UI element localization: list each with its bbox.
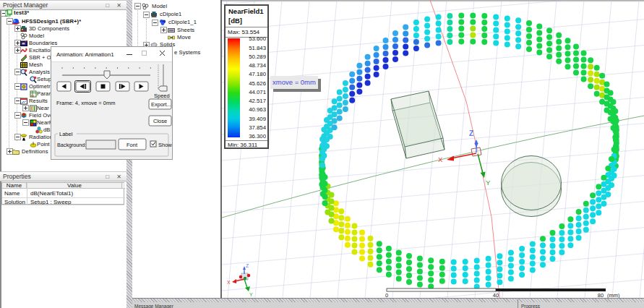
svg-text:Speed: Speed — [154, 93, 170, 99]
svg-text:X: X — [438, 155, 443, 163]
svg-text:Frame: 4, xmove = 0mm: Frame: 4, xmove = 0mm — [56, 100, 115, 106]
svg-text:Close: Close — [153, 118, 167, 124]
svg-text:X: X — [227, 280, 231, 285]
svg-text:Label: Label — [59, 131, 73, 137]
svg-text:Export...: Export... — [151, 101, 171, 108]
svg-text:Y: Y — [249, 292, 253, 297]
svg-text:Z: Z — [469, 129, 473, 137]
svg-text:xy: xy — [31, 93, 35, 97]
svg-text:Font: Font — [126, 142, 138, 148]
svg-text:Background:: Background: — [57, 142, 86, 148]
svg-text:Y: Y — [486, 179, 491, 187]
svg-text:Z: Z — [246, 263, 249, 268]
svg-text:Show: Show — [158, 142, 172, 148]
